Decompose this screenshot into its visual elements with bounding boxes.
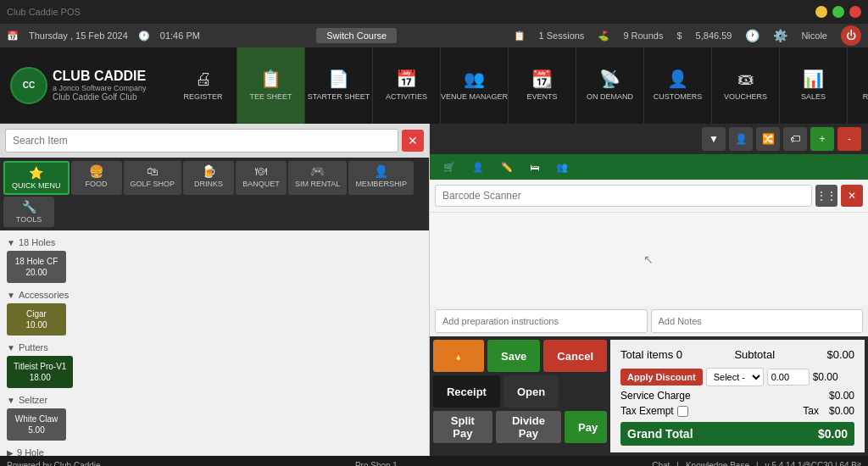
clock-icon: 🕐 (138, 31, 150, 42)
grand-total-label: Grand Total (627, 427, 693, 441)
open-button[interactable]: Open (504, 375, 559, 408)
power-button[interactable]: ⏻ (841, 25, 861, 46)
tax-exempt-row: Tax Exempt Tax $0.00 (620, 403, 854, 419)
item-18-hole-cf[interactable]: 18 Hole CF20.00 (7, 251, 66, 283)
orange-tile[interactable]: 🔥 (433, 340, 484, 372)
nav-item-customers[interactable]: 👤 CUSTOMERS (644, 47, 712, 124)
nav-item-tee-sheet[interactable]: 📋 TEE SHEET (237, 47, 305, 124)
window-top-bar: Club Caddie POS (0, 0, 868, 24)
section-seltzer: ▼ Seltzer White Claw5.00 (7, 395, 422, 441)
service-charge-value: $0.00 (829, 390, 854, 402)
nav-item-reports[interactable]: 📈 REPORTS (848, 47, 868, 124)
discount-row: Apply Discount Select - Dollar Percent $… (620, 366, 854, 388)
grand-total-value: $0.00 (818, 427, 848, 441)
cat-tab-drinks[interactable]: 🍺 DRINKS (183, 161, 234, 195)
chat-link[interactable]: Chat (652, 461, 670, 467)
knowledge-base-link[interactable]: Knowledge Base (686, 461, 749, 467)
cat-tab-sim-rental[interactable]: 🎮 SIM RENTAL (288, 161, 347, 195)
left-action-buttons: 🔥 Save Cancel Receipt Open Split Pay Div… (433, 340, 607, 443)
tax-value: $0.00 (829, 405, 854, 417)
barcode-input[interactable] (435, 185, 812, 207)
section-header-18-holes[interactable]: ▼ 18 Holes (7, 237, 422, 247)
cat-tab-quick-menu[interactable]: ⭐ QUICK MENU (3, 161, 70, 195)
cat-tab-banquet[interactable]: 🍽 BANQUET (236, 161, 287, 195)
item-cigar[interactable]: Cigar10.00 (7, 303, 66, 336)
nav-label-tee-sheet: TEE SHEET (249, 92, 292, 102)
ctrl-transfer-button[interactable]: 🔀 (756, 127, 780, 151)
action-row-3: Split Pay Divide Pay Pay (433, 411, 607, 443)
nav-item-starter-sheet[interactable]: 📄 STARTER SHEET (305, 47, 373, 124)
ctrl-person-button[interactable]: 👤 (729, 127, 753, 151)
calendar-icon: 📅 (7, 31, 19, 42)
barcode-grid-button[interactable]: ⋮⋮ (815, 185, 837, 207)
nav-item-venue-manager[interactable]: 👥 VENUE MANAGER (441, 47, 509, 124)
tab-cart[interactable]: 🛒 (437, 160, 462, 175)
item-titleist-pro-v1[interactable]: Titleist Pro-V118.00 (7, 356, 73, 388)
cancel-button[interactable]: Cancel (543, 340, 607, 372)
nav-item-on-demand[interactable]: 📡 ON DEMAND (576, 47, 644, 124)
rounds-display: 9 Rounds (623, 31, 663, 41)
section-header-9-hole[interactable]: ▶ 9 Hole (7, 447, 422, 456)
separator-2: | (756, 461, 759, 467)
section-9-hole: ▶ 9 Hole (7, 447, 422, 456)
cat-tab-membership[interactable]: 👤 MEMBERSHIP (348, 161, 414, 195)
barcode-close-button[interactable]: ✕ (841, 185, 863, 207)
nav-item-sales[interactable]: 📊 SALES (780, 47, 848, 124)
search-close-button[interactable]: ✕ (402, 130, 424, 152)
nav-item-activities[interactable]: 📅 ACTIVITIES (373, 47, 441, 124)
add-notes-input[interactable] (651, 309, 864, 333)
divide-pay-button[interactable]: Divide Pay (496, 411, 561, 443)
split-pay-button[interactable]: Split Pay (433, 411, 492, 443)
section-header-accessories[interactable]: ▼ Accessories (7, 290, 422, 300)
close-button[interactable] (849, 6, 861, 18)
tab-pencil[interactable]: ✏️ (494, 160, 520, 175)
tab-bed[interactable]: 🛏 (523, 160, 546, 174)
section-accessories: ▼ Accessories Cigar10.00 (7, 290, 422, 336)
section-header-seltzer[interactable]: ▼ Seltzer (7, 395, 422, 405)
tab-person2[interactable]: 👥 (549, 160, 575, 175)
nav-label-events: EVENTS (526, 92, 557, 102)
cat-label-golf-shop: GOLF SHOP (131, 180, 175, 188)
cat-tab-golf-shop[interactable]: 🛍 GOLF SHOP (124, 161, 182, 195)
ctrl-add-button[interactable]: + (810, 127, 834, 151)
switch-course-button[interactable]: Switch Course (316, 28, 397, 43)
maximize-button[interactable] (832, 6, 844, 18)
nav-item-events[interactable]: 📆 EVENTS (509, 47, 576, 124)
datetime-display: Thursday , 15 Feb 2024 (29, 31, 128, 41)
ctrl-tag-button[interactable]: 🏷 (783, 127, 807, 151)
main-layout: ✕ ⭐ QUICK MENU 🍔 FOOD 🛍 GOLF SHOP 🍺 DRIN… (0, 124, 868, 456)
nav-item-register[interactable]: 🖨 REGISTER (170, 47, 237, 124)
apply-discount-button[interactable]: Apply Discount (620, 369, 703, 386)
item-white-claw[interactable]: White Claw5.00 (7, 408, 66, 441)
tax-exempt-checkbox[interactable] (677, 406, 688, 417)
cat-tab-tools[interactable]: 🔧 TOOLS (3, 197, 54, 227)
discount-amount-input[interactable] (767, 369, 810, 386)
section-header-putters[interactable]: ▼ Putters (7, 342, 422, 352)
ctrl-down-button[interactable]: ▼ (702, 127, 726, 151)
ctrl-remove-button[interactable]: - (837, 127, 861, 151)
logo-area: CC CLUB CADDIE a Jonco Software Company … (0, 60, 170, 111)
history-button[interactable]: 🕐 (745, 29, 760, 42)
settings-button[interactable]: ⚙️ (773, 29, 787, 42)
minimize-button[interactable] (815, 6, 827, 18)
search-input[interactable] (5, 129, 398, 153)
logo-box: CC CLUB CADDIE a Jonco Software Company … (10, 67, 159, 104)
receipt-button[interactable]: Receipt (433, 375, 500, 408)
sim-rental-icon: 🎮 (310, 164, 325, 178)
datetime-area: 📅 Thursday , 15 Feb 2024 🕐 01:46 PM (7, 31, 200, 42)
prep-instructions-input[interactable] (435, 309, 648, 333)
discount-value: $0.00 (813, 371, 838, 383)
sessions-icon: 📋 (514, 31, 526, 42)
tab-person[interactable]: 👤 (465, 160, 491, 175)
cat-tab-food[interactable]: 🍔 FOOD (71, 161, 122, 195)
nav-item-vouchers[interactable]: 🎟 VOUCHERS (712, 47, 780, 124)
cat-label-drinks: DRINKS (194, 180, 223, 188)
food-icon: 🍔 (89, 164, 103, 178)
right-panel: ▼ 👤 🔀 🏷 + - 🛒 👤 ✏️ 🛏 👥 ⋮⋮ ✕ ↖ (430, 124, 868, 456)
save-button[interactable]: Save (487, 340, 540, 372)
tax-label: Tax (803, 405, 819, 417)
select-type-dropdown[interactable]: Select - Dollar Percent (706, 368, 764, 386)
nav-label-reports: REPORTS (863, 92, 868, 102)
pay-button[interactable]: Pay (565, 411, 607, 443)
order-area: ↖ (430, 213, 868, 306)
